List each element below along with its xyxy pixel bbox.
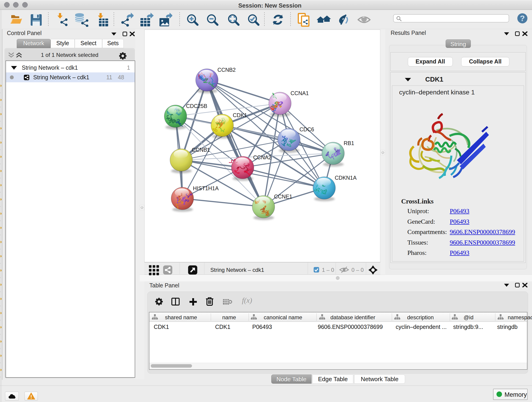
svg-text:RB1: RB1 [344, 140, 354, 146]
svg-text:CDK1: CDK1 [233, 112, 247, 118]
svg-text:CDC25B: CDC25B [186, 103, 207, 109]
svg-text:CDKN1A: CDKN1A [335, 175, 357, 181]
svg-text:CCNA2: CCNA2 [253, 154, 272, 160]
svg-text:CDC6: CDC6 [299, 127, 314, 133]
svg-text:CCNB2: CCNB2 [217, 67, 236, 73]
svg-text:HIST1H1A: HIST1H1A [193, 185, 219, 191]
svg-text:CCNB1: CCNB1 [192, 147, 210, 153]
svg-text:CCNA1: CCNA1 [291, 90, 309, 96]
svg-text:CCNE1: CCNE1 [274, 194, 292, 200]
